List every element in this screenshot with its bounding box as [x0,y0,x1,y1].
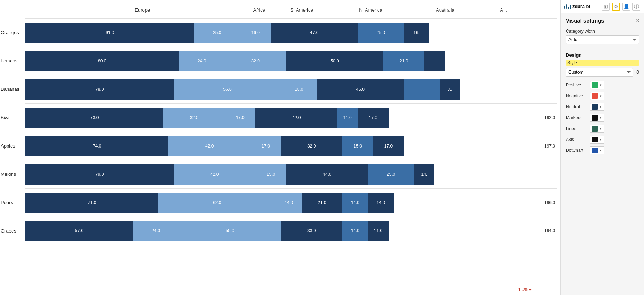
bar-container: 79.042.015.044.025.014. [25,164,537,185]
style-row: Custom .0 [561,67,644,80]
style-label: Style [566,60,639,66]
negative-swatch [592,93,598,99]
bar-segment: 47.0 [271,23,358,43]
bar-segment: 18.0 [281,79,317,100]
category-width-select[interactable]: Auto [566,35,639,44]
style-select[interactable]: Custom [566,68,633,77]
markers-label: Markers [566,115,588,120]
row-total: 192.0 [537,115,557,120]
dotchart-color-btn[interactable]: ▼ [590,146,604,154]
bar-segment: 16.0 [240,23,271,43]
col-header: S. America [290,7,313,13]
bar-segment: 79.0 [25,164,174,185]
chart-area: EuropeAfricaS. AmericaN. AmericaAustrali… [0,0,560,295]
negative-chevron-icon: ▼ [599,94,602,98]
lines-chevron-icon: ▼ [599,127,602,130]
neutral-chevron-icon: ▼ [599,105,602,109]
col-header: Australia [436,7,454,13]
bar-segment: 56.0 [174,79,281,100]
lines-label: Lines [566,126,588,131]
neutral-row: Neutral ▼ [561,101,644,112]
bar-segment: 14.0 [342,193,368,213]
category-width-label: Category width [566,29,639,34]
bar-segment: 55.0 [179,221,281,241]
bar-segment: 17.0 [250,136,281,156]
col-header: N. America [359,7,382,13]
bar-segment [404,79,440,100]
axis-label: Axis [566,137,588,142]
bar-segment: 57.0 [25,221,133,241]
bar-segment: 42.0 [255,108,337,128]
bar-segment: 25.0 [368,164,414,185]
logo-bars-icon [564,4,571,9]
bar-segment: 74.0 [25,136,168,156]
bar-segment: 14. [414,164,434,185]
bar-segment: 44.0 [286,164,368,185]
bar-segment: 62.0 [158,193,276,213]
lines-color-btn[interactable]: ▼ [590,125,604,133]
axis-chevron-icon: ▼ [599,138,602,141]
close-button[interactable]: × [636,18,639,24]
axis-row: Axis ▼ [561,134,644,145]
positive-swatch [592,82,598,88]
bar-segment: 32.0 [225,51,286,71]
person-icon-btn[interactable]: 👤 [622,3,630,11]
divider-1 [561,49,644,49]
table-row: Oranges91.025.016.047.025.016. [25,18,557,47]
table-row: Grapes57.024.055.033.014.011.0194.0 [25,217,557,245]
bar-container: 71.062.014.021.014.014.0 [25,193,537,213]
gear-icon-btn[interactable]: ⚙ [612,3,620,11]
dotchart-swatch [592,148,598,153]
bar-segment: 17.0 [358,108,388,128]
table-row: Pears71.062.014.021.014.014.0196.0 [25,188,557,217]
bar-segment: 24.0 [133,221,179,241]
grid-icon-btn[interactable]: ⊞ [602,3,610,11]
axis-swatch [592,137,598,142]
positive-color-btn[interactable]: ▼ [590,81,604,89]
bar-segment: 50.0 [286,51,383,71]
positive-row: Positive ▼ [561,80,644,90]
bar-segment: 21.0 [383,51,424,71]
bar-segment: 45.0 [317,79,404,100]
design-section-label: Design [561,51,644,58]
dotchart-chevron-icon: ▼ [599,149,602,152]
partial-value: .0 [635,70,639,75]
bar-segment: 11.0 [337,108,358,128]
positive-label: Positive [566,82,588,88]
bar-segment: 25.0 [194,23,240,43]
bar-segment [424,51,445,71]
negative-row: Negative ▼ [561,90,644,101]
bar-segment: 17.0 [225,108,255,128]
bar-segment: 32.0 [281,136,342,156]
table-row: Kiwi73.032.017.042.011.017.0192.0 [25,103,557,132]
bar-segment: 11.0 [368,221,388,241]
negative-color-btn[interactable]: ▼ [590,92,604,100]
bar-segment: 42.0 [168,136,250,156]
panel-topbar: zebra bi ⊞ ⚙ 👤 ⓘ [561,0,644,13]
neutral-swatch [592,104,598,110]
logo-text: zebra bi [572,4,590,9]
right-panel: zebra bi ⊞ ⚙ 👤 ⓘ Visual settings × Categ… [560,0,644,295]
neutral-color-btn[interactable]: ▼ [590,103,604,111]
info-icon-btn[interactable]: ⓘ [632,3,640,11]
markers-color-btn[interactable]: ▼ [590,114,604,122]
col-header: Africa [253,7,265,13]
table-row: Apples74.042.017.032.015.017.0197.0 [25,132,557,160]
category-width-section: Category width Auto [561,27,644,48]
row-total: 196.0 [537,200,557,205]
bar-segment: 33.0 [281,221,342,241]
table-row: Lemons80.024.032.050.021.0 [25,47,557,75]
dotchart-row: DotChart ▼ [561,145,644,156]
bar-container: 80.024.032.050.021.0 [25,51,537,71]
bar-segment: 25.0 [358,23,404,43]
bar-segment: 21.0 [302,193,342,213]
markers-chevron-icon: ▼ [599,116,602,120]
table-row: Bananas78.056.018.045.035 [25,75,557,103]
negative-label: Negative [566,93,588,98]
lines-row: Lines ▼ [561,123,644,134]
markers-swatch [592,115,598,121]
bar-segment: 80.0 [25,51,179,71]
bar-container: 78.056.018.045.035 [25,79,537,100]
axis-color-btn[interactable]: ▼ [590,136,604,144]
markers-row: Markers ▼ [561,112,644,123]
